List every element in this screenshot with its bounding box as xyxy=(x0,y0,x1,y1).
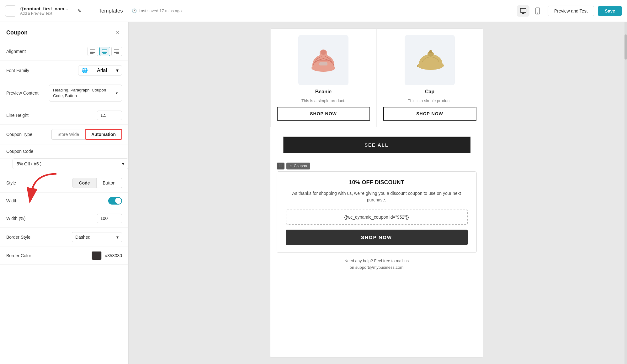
desktop-icon xyxy=(520,8,527,14)
svg-point-4 xyxy=(537,13,538,13)
coupon-code-select[interactable]: 5% Off ( #5 ) ▾ xyxy=(13,159,128,169)
border-style-value: Dashed xyxy=(75,235,90,240)
font-family-label: Font Family xyxy=(6,68,29,73)
font-family-select[interactable]: 🌐 Arial ▾ xyxy=(78,65,122,75)
align-center-button[interactable] xyxy=(99,47,110,56)
cap-image xyxy=(412,43,447,77)
coupon-shop-button[interactable]: SHOP NOW xyxy=(286,230,468,245)
beanie-product-desc: This is a simple product. xyxy=(301,98,345,103)
alignment-row: Alignment xyxy=(0,42,128,61)
width-pct-input[interactable] xyxy=(97,214,122,223)
preview-content-row: Preview Content Heading, Paragraph, Coup… xyxy=(0,80,128,106)
save-button[interactable]: Save xyxy=(598,6,622,16)
see-all-wrapper: SEE ALL xyxy=(270,127,483,163)
device-toggle-group xyxy=(517,5,544,17)
topbar: ← {{contact_first_nam... Add a Preview T… xyxy=(0,0,627,22)
close-panel-button[interactable]: × xyxy=(113,28,122,37)
cap-image-wrap xyxy=(405,35,455,85)
svg-point-25 xyxy=(429,50,432,53)
svg-rect-0 xyxy=(520,8,526,12)
panel-header: Coupon × xyxy=(0,22,128,42)
preview-content-select[interactable]: Heading, Paragraph, Coupon Code, Button … xyxy=(49,85,122,101)
beanie-image xyxy=(306,43,341,77)
see-all-button[interactable]: SEE ALL xyxy=(283,137,470,153)
border-style-select[interactable]: Dashed ▾ xyxy=(72,232,122,242)
toggle-knob xyxy=(115,198,121,204)
beanie-shop-button[interactable]: SHOP NOW xyxy=(277,107,370,121)
coupon-label: Coupon xyxy=(294,164,307,168)
width-toggle[interactable] xyxy=(108,197,122,205)
email-canvas: Beanie This is a simple product. SHOP NO… xyxy=(270,28,483,358)
svg-rect-19 xyxy=(317,60,330,61)
align-left-icon xyxy=(90,49,95,54)
line-height-input[interactable] xyxy=(97,111,122,120)
topbar-divider xyxy=(90,6,90,16)
width-label: Width xyxy=(6,198,18,203)
scroll-strip xyxy=(624,22,627,364)
footer-line2: on support@mybusiness.com xyxy=(282,264,472,271)
cap-product-name: Cap xyxy=(425,89,434,95)
grid-icon: ⠿ xyxy=(279,164,282,168)
cap-product-desc: This is a simple product. xyxy=(408,98,452,103)
footer-line1: Need any help? Feel free to mail us xyxy=(282,258,472,264)
coupon-toolbar: ⠿ ⊕ Coupon xyxy=(277,163,477,169)
width-row: Width xyxy=(0,193,128,209)
mobile-view-button[interactable] xyxy=(531,5,544,17)
move-icon: ⊕ xyxy=(290,164,293,168)
svg-rect-20 xyxy=(319,62,327,65)
coupon-code-display: {{wc_dynamic_coupon id="952"}} xyxy=(286,210,468,225)
coupon-code-label-row: Coupon Code xyxy=(0,144,128,159)
style-code-button[interactable]: Code xyxy=(72,178,97,188)
align-left-button[interactable] xyxy=(88,47,98,56)
clock-icon: 🕐 xyxy=(132,8,137,13)
chevron-down-icon: ▾ xyxy=(116,235,119,240)
style-group: Code Button xyxy=(72,178,122,188)
coupon-footer: Need any help? Feel free to mail us on s… xyxy=(277,253,477,276)
cap-product-card: Cap This is a simple product. SHOP NOW xyxy=(377,29,483,127)
align-right-button[interactable] xyxy=(111,47,122,56)
style-button-button[interactable]: Button xyxy=(97,178,122,188)
scroll-thumb[interactable] xyxy=(624,34,627,60)
templates-link[interactable]: Templates xyxy=(96,8,125,14)
border-color-row: Border Color #353030 xyxy=(0,247,128,265)
globe-icon: 🌐 xyxy=(82,67,88,73)
coupon-code-value: 5% Off ( #5 ) xyxy=(17,161,41,166)
width-pct-row: Width (%) xyxy=(0,209,128,228)
topbar-title-group: {{contact_first_nam... Add a Preview Tex… xyxy=(20,6,68,16)
chevron-down-icon: ▾ xyxy=(116,91,118,96)
coupon-type-automation-button[interactable]: Automation xyxy=(85,129,122,140)
line-height-label: Line Height xyxy=(6,113,29,118)
style-label: Style xyxy=(6,180,16,185)
line-height-row: Line Height xyxy=(0,106,128,125)
chevron-down-icon: ▾ xyxy=(122,161,124,166)
border-color-hex: #353030 xyxy=(105,253,122,258)
edit-button[interactable]: ✎ xyxy=(74,6,84,16)
coupon-type-row: Coupon Type Store Wide Automation xyxy=(0,125,128,144)
preview-and-test-button[interactable]: Preview and Test xyxy=(548,6,594,16)
coupon-code-dropdown-row: 5% Off ( #5 ) ▾ xyxy=(0,159,128,174)
main-area: Coupon × Alignment Font Family 🌐 xyxy=(0,22,627,364)
alignment-label: Alignment xyxy=(6,49,26,54)
beanie-product-card: Beanie This is a simple product. SHOP NO… xyxy=(270,29,377,127)
canvas-area: Beanie This is a simple product. SHOP NO… xyxy=(129,22,624,364)
back-button[interactable]: ← xyxy=(5,5,16,17)
coupon-type-label: Coupon Type xyxy=(6,132,32,137)
border-style-row: Border Style Dashed ▾ xyxy=(0,228,128,247)
back-icon: ← xyxy=(8,8,13,13)
border-color-swatch[interactable] xyxy=(92,251,102,260)
coupon-type-store-wide-button[interactable]: Store Wide xyxy=(51,129,85,140)
preview-content-value: Heading, Paragraph, Coupon Code, Button xyxy=(53,87,116,99)
coupon-title: 10% OFF DISCOUNT xyxy=(286,179,468,186)
chevron-down-icon: ▾ xyxy=(116,67,119,73)
align-center-icon xyxy=(102,49,107,54)
alignment-group xyxy=(88,47,122,56)
preview-content-label: Preview Content xyxy=(6,91,39,96)
coupon-block: 10% OFF DISCOUNT As thanks for shopping … xyxy=(277,171,477,253)
cap-shop-button[interactable]: SHOP NOW xyxy=(383,107,476,121)
coupon-drag-handle[interactable]: ⠿ xyxy=(277,163,284,169)
svg-point-22 xyxy=(321,50,326,55)
panel-title: Coupon xyxy=(6,29,28,36)
desktop-view-button[interactable] xyxy=(517,5,529,17)
width-pct-label: Width (%) xyxy=(6,216,25,221)
beanie-image-wrap xyxy=(298,35,348,85)
